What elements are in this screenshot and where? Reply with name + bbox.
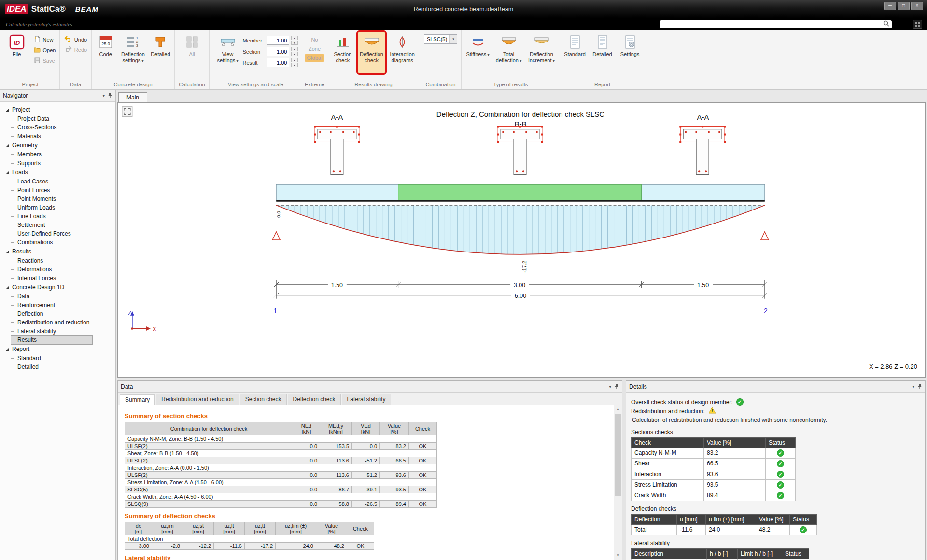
cross-section[interactable] [679, 126, 726, 175]
scroll-up-icon[interactable] [614, 405, 622, 413]
detailed-concrete-button[interactable]: Detailed [148, 32, 173, 73]
extreme-global-option[interactable]: Global [305, 54, 325, 62]
navigator-section-results[interactable]: Results [4, 247, 115, 256]
save-button-label: Save [43, 58, 55, 64]
stepper-up-icon[interactable] [291, 36, 298, 40]
chevron-down-icon[interactable] [609, 384, 611, 389]
report-detailed-button[interactable]: Detailed [589, 32, 616, 73]
model-view-canvas[interactable]: Deflection Z, Combination for deflection… [118, 103, 925, 377]
column-header: NEd[kN] [293, 422, 320, 435]
combination-select[interactable]: SLSC(5) [424, 34, 457, 44]
search-icon[interactable] [883, 20, 889, 28]
deflection-increment-button[interactable]: Deflection increment [526, 32, 558, 73]
stiffness-button[interactable]: Stiffness [464, 32, 492, 73]
undo-button[interactable]: Undo [62, 35, 89, 43]
navigator-item-point-forces[interactable]: Point Forces [11, 186, 92, 195]
code-button[interactable]: 25.0 Code [93, 32, 118, 73]
extreme-zone-option[interactable]: Zone [305, 45, 325, 53]
chevron-down-icon[interactable] [912, 384, 914, 389]
tab-redistribution-and-reduction[interactable]: Redistribution and reduction [156, 394, 239, 405]
cross-section[interactable] [497, 126, 543, 175]
search-input[interactable] [662, 21, 883, 28]
deflection-check-button[interactable]: Deflection check [358, 32, 386, 73]
navigator-item-deflection[interactable]: Deflection [11, 309, 92, 318]
calculate-all-button[interactable]: All [178, 32, 206, 73]
stepper-up-icon[interactable] [291, 58, 298, 62]
navigator-item-project-data[interactable]: Project Data [11, 114, 92, 123]
navigator-item-point-moments[interactable]: Point Moments [11, 195, 92, 203]
interaction-diagrams-button[interactable]: Interaction diagrams [386, 32, 418, 73]
navigator-item-internal-forces[interactable]: Internal Forces [11, 274, 92, 282]
navigator-item-lateral-stability[interactable]: Lateral stability [11, 327, 92, 336]
redo-button[interactable]: Redo [62, 45, 89, 54]
extreme-no-option[interactable]: No [305, 36, 325, 43]
navigator-item-load-cases[interactable]: Load Cases [11, 177, 92, 186]
cross-section[interactable] [314, 126, 360, 175]
stepper-down-icon[interactable] [291, 41, 298, 45]
close-button[interactable]: × [911, 2, 923, 10]
navigator-section-project[interactable]: Project [4, 105, 115, 114]
stepper-down-icon[interactable] [291, 52, 298, 56]
search-box[interactable] [660, 20, 892, 28]
navigator-item-user-defined-forces[interactable]: User-Defined Forces [11, 229, 92, 238]
stepper-down-icon[interactable] [291, 63, 298, 67]
navigator-item-members[interactable]: Members [11, 150, 92, 159]
navigator-item-reinforcement[interactable]: Reinforcement [11, 301, 92, 309]
redo-button-label: Redo [74, 47, 87, 53]
pin-icon[interactable] [614, 383, 619, 391]
save-button[interactable]: Save [32, 56, 58, 65]
section-check-button-label: Section check [329, 51, 356, 63]
tab-summary[interactable]: Summary [120, 394, 155, 405]
view-settings-button[interactable]: View settings [214, 32, 242, 73]
tab-deflection-check[interactable]: Deflection check [288, 394, 341, 405]
section-check-button[interactable]: Section check [329, 32, 357, 73]
chevron-down-icon[interactable] [449, 35, 457, 43]
tab-lateral-stability[interactable]: Lateral stability [342, 394, 391, 405]
scroll-down-icon[interactable] [614, 551, 622, 560]
navigator-item-cross-sections[interactable]: Cross-Sections [11, 123, 92, 132]
navigator-section-geometry[interactable]: Geometry [4, 140, 115, 150]
fit-view-button[interactable] [122, 107, 132, 117]
pin-icon[interactable] [108, 92, 112, 99]
panel-splitter[interactable] [622, 380, 626, 560]
navigator-item-materials[interactable]: Materials [11, 132, 92, 140]
navigator-section-report[interactable]: Report [4, 344, 115, 354]
member-scale-input[interactable] [267, 36, 289, 45]
vertical-scrollbar[interactable] [614, 405, 622, 560]
file-button[interactable]: ID File [3, 32, 31, 73]
stepper-up-icon[interactable] [291, 47, 298, 51]
tab-section-check[interactable]: Section check [240, 394, 287, 405]
minimize-button[interactable]: ─ [884, 2, 896, 10]
navigator-item-supports[interactable]: Supports [11, 159, 92, 168]
navigator-item-standard[interactable]: Standard [11, 354, 92, 363]
navigator-item-redistribution-and-reduction[interactable]: Redistribution and reduction [11, 318, 92, 327]
navigator-item-detailed[interactable]: Detailed [11, 363, 92, 371]
ribbon-group-data: Undo Redo Data [60, 30, 92, 89]
navigator-item-combinations[interactable]: Combinations [11, 238, 92, 247]
total-deflection-button[interactable]: Total deflection [493, 32, 525, 73]
scrollbar-thumb[interactable] [615, 414, 621, 496]
tab-main[interactable]: Main [118, 92, 147, 102]
navigator-item-data[interactable]: Data [11, 292, 92, 301]
deflection-settings-button[interactable]: 123 Deflection settings [119, 32, 147, 73]
chevron-down-icon[interactable] [102, 93, 105, 98]
navigator-section-loads[interactable]: Loads [4, 168, 115, 177]
open-button[interactable]: Open [32, 46, 58, 55]
navigator-item-uniform-loads[interactable]: Uniform Loads [11, 203, 92, 212]
navigator-item-deformations[interactable]: Deformations [11, 265, 92, 274]
navigator-section-concrete-design-1d[interactable]: Concrete Design 1D [4, 282, 115, 292]
report-standard-button[interactable]: Standard [562, 32, 588, 73]
panel-options-button[interactable] [913, 20, 922, 29]
pin-icon[interactable] [917, 383, 922, 391]
deflection-check-button-label: Deflection check [358, 51, 385, 63]
section-scale-input[interactable] [267, 47, 289, 56]
table-row: Shear66.5✓ [632, 458, 796, 469]
navigator-item-reactions[interactable]: Reactions [11, 256, 92, 265]
navigator-item-line-loads[interactable]: Line Loads [11, 212, 92, 221]
report-settings-button[interactable]: Settings [617, 32, 643, 73]
maximize-button[interactable]: □ [898, 2, 910, 10]
navigator-item-results[interactable]: Results [11, 336, 92, 344]
navigator-item-settlement[interactable]: Settlement [11, 221, 92, 229]
new-button[interactable]: New [32, 35, 58, 44]
result-scale-input[interactable] [267, 58, 289, 67]
